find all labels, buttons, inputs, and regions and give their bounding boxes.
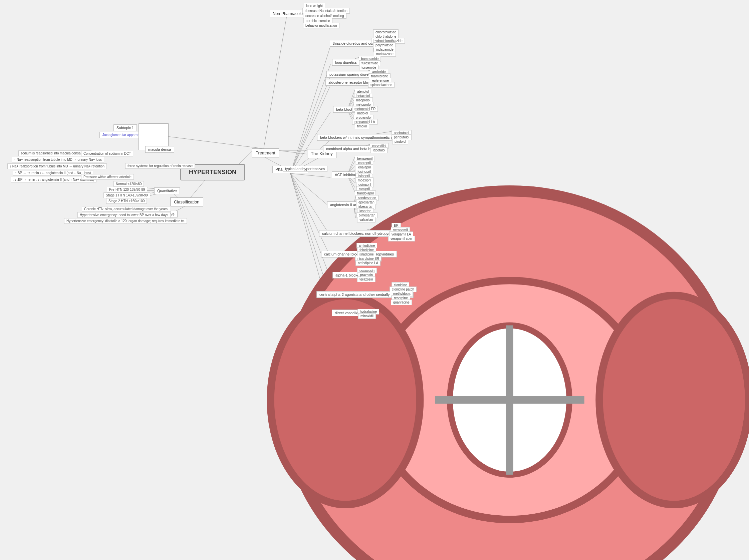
concentration-dct-node: Concentration of sodium in DCT	[81, 151, 133, 156]
hyp-emergency-diastolic-node: Hypertensive emergency: diastolic > 120;…	[64, 218, 187, 224]
stage1-node: Stage 1 HTN 140-159/90-99	[104, 193, 150, 198]
normal-node: Normal <120/<80	[113, 181, 144, 187]
svg-line-31	[291, 174, 330, 257]
svg-point-98	[450, 325, 570, 475]
svg-line-25	[291, 112, 330, 174]
nifedipine-la-node: nefedipine LA	[356, 260, 381, 266]
verapamil-coer-node: verapamil coer	[388, 236, 415, 242]
svg-line-23	[291, 77, 330, 174]
svg-point-99	[270, 295, 420, 505]
pressure-afferent-node: Pressure within afferent arteriole	[81, 174, 134, 180]
svg-line-32	[291, 174, 330, 278]
hyp-emergency-need-node: Hypertensive emergency: need to lower BP…	[78, 212, 171, 218]
na-reabsorption2-node: ↓ Na+ reabsorption from tubule into MD →…	[7, 163, 107, 169]
labetalol-node: labetalol	[370, 148, 387, 153]
svg-line-30	[291, 174, 330, 236]
classification-node[interactable]: Classification	[170, 198, 203, 206]
minoxidil-node: minoxidil	[358, 313, 376, 319]
sodium-reabsorbed-node: sodium is reabsorbed into macula densa (…	[18, 151, 91, 156]
na-reabsorption1-node: ↑ Na+ reabsorption from tubule into MD →…	[12, 157, 104, 162]
behavior-modification-node: behavior modification	[303, 23, 339, 28]
terazosin-node: terazosin	[357, 276, 376, 282]
typical-antihypertensives-node: typical antihypertensives	[283, 166, 327, 172]
svg-line-24	[291, 85, 330, 174]
loop-diuretics-node[interactable]: loop diuretics	[332, 59, 360, 66]
chronic-htn-node: Chronic HTN: slow, accumulated damage ov…	[82, 206, 171, 212]
three-systems-node: three systems for regulation of renin re…	[125, 163, 195, 169]
svg-line-3	[264, 14, 287, 149]
treatment-node[interactable]: Treatment	[252, 149, 279, 157]
svg-point-100	[599, 295, 749, 505]
svg-line-28	[291, 174, 330, 177]
stage2-node: Stage 2 HTN >160/>100	[106, 198, 147, 204]
quantitative-node[interactable]: Quantitative	[154, 187, 180, 194]
svg-point-97	[375, 281, 644, 519]
svg-point-96	[285, 191, 734, 560]
timolol-node: timolol	[355, 124, 369, 129]
pindolol-node: pindolol	[392, 139, 408, 144]
pre-htn-node: Pre-HTN 120-139/80-89	[107, 187, 147, 193]
guanfacine-node: guanfacine	[391, 299, 412, 305]
svg-line-29	[291, 174, 330, 207]
subtopic1-node[interactable]: Subtopic 1	[113, 125, 137, 131]
valsartan-node: valsartan	[357, 217, 376, 222]
spironolactone-node: spironolactone	[368, 82, 394, 88]
macula-densa-node[interactable]: macula densa	[145, 146, 174, 153]
